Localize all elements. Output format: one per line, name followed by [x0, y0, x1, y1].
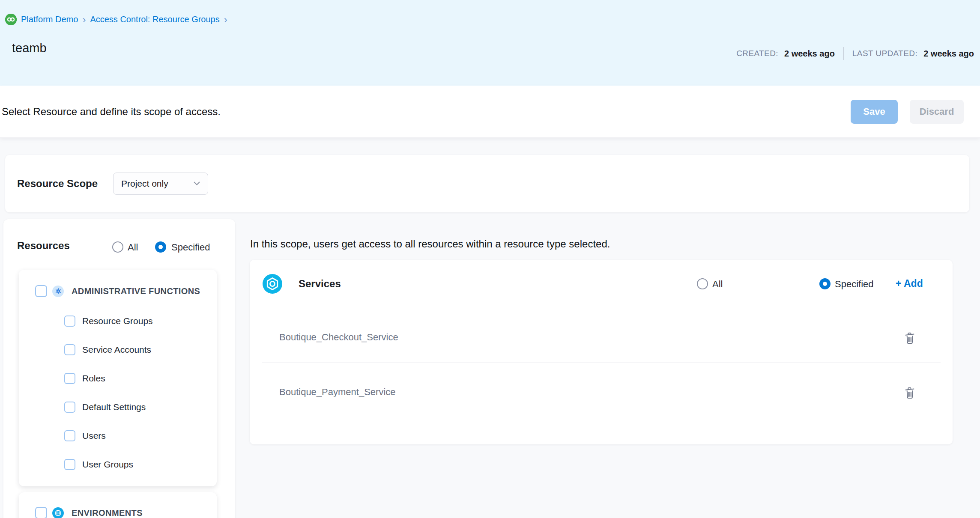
checkbox-default-settings[interactable] [64, 402, 75, 413]
trash-icon[interactable] [903, 331, 917, 345]
environments-icon [52, 507, 64, 518]
resource-group-card-administrative: ADMINISTRATIVE FUNCTIONS Resource Groups… [19, 270, 217, 486]
list-item: Service Accounts [19, 335, 217, 364]
resource-group-name: ENVIRONMENTS [72, 508, 143, 518]
resources-radio-specified-label[interactable]: Specified [171, 242, 210, 253]
resources-radio-specified[interactable] [155, 241, 166, 253]
created-label: CREATED: [736, 49, 778, 58]
services-hexagon-icon [263, 274, 282, 294]
checkbox-users[interactable] [64, 430, 75, 441]
header-meta: CREATED: 2 weeks ago LAST UPDATED: 2 wee… [736, 47, 974, 60]
services-title: Services [299, 278, 341, 290]
chevron-down-icon [194, 180, 200, 188]
resource-type-label: Users [82, 431, 106, 441]
resources-title: Resources [17, 240, 70, 252]
trash-icon[interactable] [903, 386, 917, 400]
add-service-button[interactable]: + Add [896, 278, 923, 289]
resource-group-name: ADMINISTRATIVE FUNCTIONS [72, 286, 200, 296]
services-card-header: Services All Specified + Add [250, 260, 953, 308]
last-updated-label: LAST UPDATED: [852, 49, 917, 58]
resources-panel: Resources All Specified [3, 219, 235, 518]
list-item: Users [19, 421, 217, 450]
breadcrumb-item-project[interactable]: Platform Demo [21, 15, 78, 24]
list-item: Default Settings [19, 393, 217, 421]
breadcrumb-item-resource-groups[interactable]: Access Control: Resource Groups [90, 15, 219, 24]
resources-radio-all-label[interactable]: All [128, 242, 138, 253]
service-row: Boutique_Checkout_Service [250, 324, 953, 352]
scope-info-text: In this scope, users get access to all r… [250, 238, 610, 250]
services-radio-all-label[interactable]: All [712, 279, 723, 290]
action-toolbar: Select Resource and define its scope of … [0, 86, 980, 138]
resource-scope-selected-value: Project only [121, 179, 168, 189]
meta-divider [843, 47, 844, 60]
checkbox-environments[interactable] [35, 507, 47, 518]
page-title: teamb [12, 41, 47, 55]
resource-type-list: Resource Groups Service Accounts Roles D… [19, 307, 217, 479]
resource-group-header-row: ENVIRONMENTS [19, 503, 217, 518]
checkbox-service-accounts[interactable] [64, 344, 75, 355]
page-header: Platform Demo › Access Control: Resource… [0, 0, 980, 86]
resource-type-label: Default Settings [82, 402, 146, 412]
resource-scope-select[interactable]: Project only [113, 173, 208, 195]
resource-scope-label: Resource Scope [17, 178, 113, 190]
checkbox-user-groups[interactable] [64, 459, 75, 470]
save-button[interactable]: Save [851, 100, 898, 124]
resources-radio-all[interactable] [112, 241, 123, 253]
gear-icon [52, 286, 64, 297]
service-name: Boutique_Checkout_Service [279, 332, 398, 343]
discard-button[interactable]: Discard [910, 100, 964, 124]
services-radio-all[interactable] [697, 278, 708, 289]
resource-group-header-row: ADMINISTRATIVE FUNCTIONS [19, 281, 217, 301]
service-row: Boutique_Payment_Service [250, 379, 953, 407]
checkbox-roles[interactable] [64, 373, 75, 384]
created-value: 2 weeks ago [784, 49, 835, 59]
list-item: Resource Groups [19, 307, 217, 335]
checkbox-resource-groups[interactable] [64, 316, 75, 327]
resources-panel-header: Resources All Specified [3, 235, 235, 259]
services-card: Services All Specified + Add Boutique_Ch… [250, 260, 953, 444]
resource-type-label: Roles [82, 373, 105, 384]
resource-type-label: Resource Groups [82, 316, 153, 326]
resource-type-label: Service Accounts [82, 345, 151, 355]
toolbar-description: Select Resource and define its scope of … [2, 86, 221, 138]
resource-group-card-environments: ENVIRONMENTS [19, 492, 217, 518]
resource-scope-card: Resource Scope Project only [5, 155, 969, 212]
resource-type-label: User Groups [82, 459, 133, 470]
page: Platform Demo › Access Control: Resource… [0, 0, 980, 518]
breadcrumb: Platform Demo › Access Control: Resource… [5, 14, 227, 25]
list-item: User Groups [19, 450, 217, 479]
breadcrumb-separator-icon: › [224, 15, 227, 24]
platform-logo-icon [5, 14, 17, 25]
services-radio-specified-label[interactable]: Specified [835, 279, 874, 290]
service-name: Boutique_Payment_Service [279, 387, 396, 398]
breadcrumb-separator-icon: › [82, 15, 86, 24]
checkbox-administrative-functions[interactable] [35, 285, 47, 297]
list-item: Roles [19, 364, 217, 393]
last-updated-value: 2 weeks ago [923, 49, 974, 59]
row-divider [262, 363, 941, 363]
toolbar-buttons: Save Discard [851, 86, 964, 138]
services-radio-specified[interactable] [819, 278, 831, 289]
